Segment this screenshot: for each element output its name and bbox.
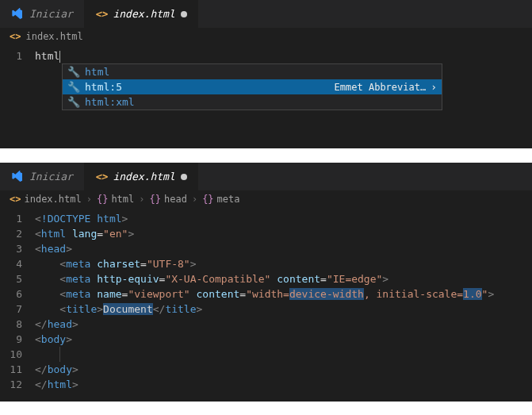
chevron-right-icon[interactable]: › <box>431 81 437 93</box>
autocomplete-item[interactable]: 🔧 html <box>63 64 442 79</box>
brace-icon: {} <box>97 194 108 205</box>
chevron-right-icon: › <box>139 194 144 205</box>
line-number: 4 <box>0 256 22 271</box>
line-number: 7 <box>0 302 22 317</box>
autocomplete-description: Emmet Abbreviat… <box>335 82 427 93</box>
code-line: <meta http-equiv="X-UA-Compatible" conte… <box>35 271 532 286</box>
code-line: <meta name="viewport" content="width=dev… <box>35 286 532 302</box>
breadcrumb-item[interactable]: meta <box>217 194 240 205</box>
line-number: 10 <box>0 347 22 362</box>
brace-icon: {} <box>150 194 161 205</box>
tab-label: index.html <box>113 171 174 183</box>
code-line: <body> <box>35 332 532 347</box>
wrench-icon: 🔧 <box>67 66 80 78</box>
text-cursor <box>59 51 60 63</box>
tab-index-html[interactable]: <> index.html <box>84 0 198 28</box>
breadcrumb-item[interactable]: index.html <box>25 31 82 42</box>
code-line: </html> <box>35 377 532 392</box>
autocomplete-item[interactable]: 🔧 html:xml <box>63 94 442 110</box>
tab-index-html[interactable]: <> index.html <box>84 163 198 190</box>
line-number: 1 <box>0 211 22 226</box>
unsaved-indicator-icon <box>181 11 187 17</box>
line-number: 9 <box>0 332 22 347</box>
code-editor[interactable]: 1 2 3 4 5 6 7 8 9 10 11 12 <!DOCTYPE htm… <box>0 208 532 402</box>
tab-bar: Iniciar <> index.html <box>0 163 532 190</box>
line-number: 11 <box>0 362 22 377</box>
panel-gap <box>0 148 532 163</box>
autocomplete-label: html:5 <box>85 81 122 93</box>
html-file-icon: <> <box>10 31 21 42</box>
html-file-icon: <> <box>95 8 108 20</box>
code-line: <html lang="en"> <box>35 226 532 241</box>
code-line <box>35 347 532 362</box>
code-line: </body> <box>35 362 532 377</box>
line-number: 1 <box>0 48 22 63</box>
vscode-icon <box>11 171 24 183</box>
autocomplete-label: html:xml <box>85 96 135 108</box>
line-gutter: 1 2 3 4 5 6 7 8 9 10 11 12 <box>0 211 35 392</box>
line-gutter: 1 <box>0 48 35 139</box>
tab-iniciar[interactable]: Iniciar <box>0 163 84 190</box>
code-line: </head> <box>35 317 532 332</box>
wrench-icon: 🔧 <box>67 81 80 93</box>
html-file-icon: <> <box>10 194 21 205</box>
code-editor[interactable]: 1 html 🔧 html 🔧 html:5 Emmet Abbreviat… … <box>0 45 532 148</box>
unsaved-indicator-icon <box>181 174 187 180</box>
autocomplete-item-selected[interactable]: 🔧 html:5 Emmet Abbreviat… › <box>63 79 442 94</box>
line-number: 5 <box>0 271 22 286</box>
typed-text: html <box>35 50 59 62</box>
breadcrumb-item[interactable]: head <box>164 194 187 205</box>
chevron-right-icon: › <box>192 194 197 205</box>
code-line: <!DOCTYPE html> <box>35 211 532 226</box>
brace-icon: {} <box>202 194 213 205</box>
code-lines[interactable]: html 🔧 html 🔧 html:5 Emmet Abbreviat… › … <box>35 48 532 139</box>
autocomplete-label: html <box>85 66 109 78</box>
code-line: <head> <box>35 241 532 256</box>
line-number: 2 <box>0 226 22 241</box>
editor-panel-1: Iniciar <> index.html <> index.html 1 ht… <box>0 0 532 148</box>
breadcrumb-item[interactable]: index.html <box>24 194 81 205</box>
breadcrumb[interactable]: <>index.html › {}html › {}head › {}meta <box>0 190 532 208</box>
tab-bar: Iniciar <> index.html <box>0 0 532 28</box>
tab-label: Iniciar <box>29 8 73 20</box>
tab-label: index.html <box>113 8 174 20</box>
wrench-icon: 🔧 <box>67 96 80 108</box>
html-file-icon: <> <box>95 171 108 183</box>
vscode-icon <box>11 8 24 21</box>
code-line: <title>Document</title> <box>35 302 532 317</box>
chevron-right-icon: › <box>86 194 92 205</box>
line-number: 8 <box>0 317 22 332</box>
editor-panel-2: Iniciar <> index.html <>index.html › {}h… <box>0 163 532 402</box>
code-lines[interactable]: <!DOCTYPE html> <html lang="en"> <head> … <box>35 211 532 392</box>
breadcrumb-item[interactable]: html <box>111 194 134 205</box>
autocomplete-popup: 🔧 html 🔧 html:5 Emmet Abbreviat… › 🔧 htm… <box>62 63 442 110</box>
tab-label: Iniciar <box>29 171 73 183</box>
code-line: <meta charset="UTF-8"> <box>35 256 532 271</box>
tab-iniciar[interactable]: Iniciar <box>0 0 84 28</box>
line-number: 12 <box>0 377 22 392</box>
breadcrumb[interactable]: <> index.html <box>0 28 532 45</box>
line-number: 6 <box>0 286 22 302</box>
line-number: 3 <box>0 241 22 256</box>
